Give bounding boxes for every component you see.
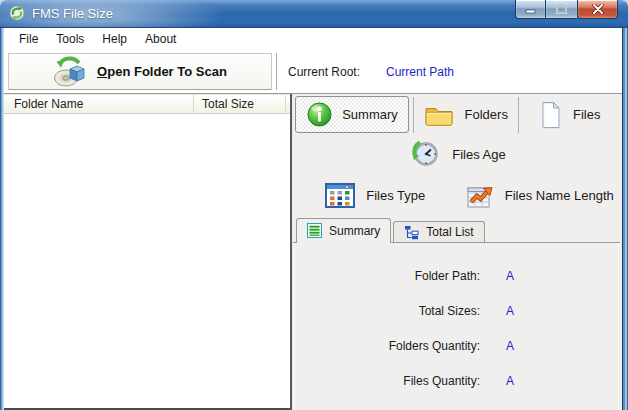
nav-files-type-label: Files Type xyxy=(366,188,425,203)
menu-file[interactable]: File xyxy=(10,30,47,48)
close-button[interactable] xyxy=(577,0,618,19)
nav-files-age-label: Files Age xyxy=(452,147,505,162)
titlebar[interactable]: FMS File Size xyxy=(0,0,628,28)
nav-summary-label: Summary xyxy=(342,107,398,122)
menu-about[interactable]: About xyxy=(136,30,185,48)
toolbar: Open Folder To Scan Current Root: Curren… xyxy=(4,50,622,94)
field-total-sizes: Total Sizes: A xyxy=(295,293,618,328)
files-type-grid-icon xyxy=(325,183,355,208)
right-panel: Summary Folders xyxy=(293,94,622,410)
folder-path-value: A xyxy=(506,269,514,283)
folders-icon xyxy=(424,103,454,127)
summary-info-sphere-icon xyxy=(306,101,333,128)
files-name-length-chart-icon xyxy=(466,181,494,209)
nav-folders-label: Folders xyxy=(465,107,508,122)
column-header-total-size[interactable]: Total Size xyxy=(194,95,286,113)
nav-files-type-button[interactable]: Files Type xyxy=(293,173,458,217)
menu-tools[interactable]: Tools xyxy=(47,30,93,48)
tab-summary[interactable]: Summary xyxy=(296,218,391,243)
nav-files-name-length-button[interactable]: Files Name Length xyxy=(458,173,623,217)
main-area: Folder Name Total Size xyxy=(4,94,622,410)
app-window: FMS File Size File Tools Help About xyxy=(0,0,628,410)
field-files-quantity: Files Quantity: A xyxy=(295,363,618,398)
menubar: File Tools Help About xyxy=(4,28,622,50)
field-folder-path: Folder Path: A xyxy=(295,258,618,293)
files-quantity-label: Files Quantity: xyxy=(295,374,480,388)
folder-list-body[interactable] xyxy=(4,114,290,408)
nav-files-name-length-label: Files Name Length xyxy=(505,188,614,203)
open-folder-to-scan-button[interactable]: Open Folder To Scan xyxy=(8,53,272,90)
nav-files-button[interactable]: Files xyxy=(519,101,623,129)
client-area: File Tools Help About xyxy=(4,28,622,410)
column-header-folder-name[interactable]: Folder Name xyxy=(4,95,194,113)
open-folder-to-scan-label: Open Folder To Scan xyxy=(97,64,227,79)
nav-row-1: Summary Folders xyxy=(293,94,622,135)
total-sizes-label: Total Sizes: xyxy=(295,304,480,318)
tab-total-list[interactable]: Total List xyxy=(393,221,484,242)
scan-disc-cube-icon xyxy=(53,55,87,89)
window-border-right xyxy=(622,28,628,410)
files-age-clock-icon xyxy=(409,138,441,170)
gear-recycle-icon xyxy=(9,5,25,21)
nav-summary-button[interactable]: Summary xyxy=(295,96,409,133)
total-sizes-value: A xyxy=(506,304,514,318)
tab-total-list-label: Total List xyxy=(426,225,473,239)
nav-files-label: Files xyxy=(573,107,600,122)
folder-path-label: Folder Path: xyxy=(295,269,480,283)
folder-list: Folder Name Total Size xyxy=(4,94,290,410)
nav-folders-button[interactable]: Folders xyxy=(414,103,518,127)
nav-row-2: Files Age xyxy=(293,135,622,173)
menu-help[interactable]: Help xyxy=(93,30,136,48)
field-folders-quantity: Folders Quantity: A xyxy=(295,328,618,363)
files-page-icon xyxy=(540,101,562,129)
total-list-tree-icon xyxy=(404,225,419,240)
nav-files-age-button[interactable]: Files Age xyxy=(409,138,505,170)
folders-quantity-value: A xyxy=(506,339,514,353)
toolbar-separator xyxy=(276,53,277,90)
folder-list-header: Folder Name Total Size xyxy=(4,94,290,114)
files-quantity-value: A xyxy=(506,374,514,388)
tab-summary-label: Summary xyxy=(329,224,380,238)
current-root-label: Current Root: xyxy=(288,65,360,79)
maximize-button[interactable] xyxy=(546,0,577,19)
summary-tab-content: Folder Path: A Total Sizes: A Folders Qu… xyxy=(294,243,619,410)
minimize-button[interactable] xyxy=(515,0,546,19)
tabbar: Summary Total List xyxy=(293,218,620,243)
window-controls xyxy=(515,0,618,19)
titlebar-left: FMS File Size xyxy=(9,5,113,21)
nav-row-3: Files Type xyxy=(293,173,622,217)
summary-list-icon xyxy=(307,223,322,238)
folders-quantity-label: Folders Quantity: xyxy=(295,339,480,353)
current-root-value: Current Path xyxy=(386,65,454,79)
window-title: FMS File Size xyxy=(32,6,113,21)
